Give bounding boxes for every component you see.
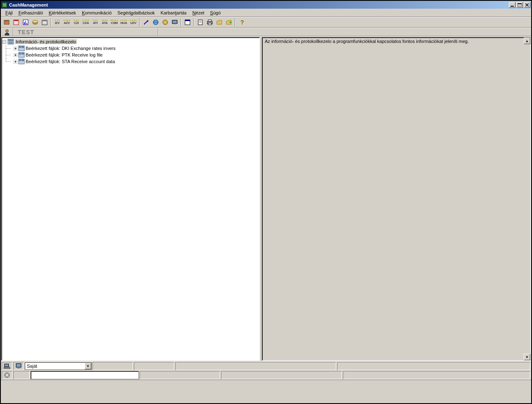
- svg-rect-66: [5, 364, 8, 366]
- svg-rect-67: [4, 367, 10, 369]
- svg-rect-1: [3, 3, 6, 7]
- tree-item[interactable]: Beérkezett fájlok: STA Receive account d…: [4, 58, 259, 65]
- toolbar-btn-cza[interactable]: CZA: [81, 18, 90, 27]
- tree-item[interactable]: Beérkezett fájlok: DKI Exchange rates in…: [4, 45, 259, 52]
- toolbar-btn-hua[interactable]: HUA: [119, 18, 128, 27]
- tree-collapse-icon[interactable]: −: [2, 40, 6, 44]
- menu-kiertekelesek[interactable]: Kiértékelések: [46, 9, 79, 16]
- svg-rect-33: [198, 20, 202, 25]
- status-stop-icon[interactable]: [2, 371, 12, 379]
- svg-rect-57: [19, 53, 21, 54]
- svg-rect-39: [208, 23, 211, 25]
- svg-rect-29: [173, 21, 177, 23]
- tree-item-label: Beérkezett fájlok: DKI Exchange rates in…: [26, 46, 116, 51]
- svg-text:?: ?: [240, 19, 244, 26]
- scrollbar[interactable]: ▲ ▼: [524, 38, 530, 360]
- scroll-up-button[interactable]: ▲: [524, 38, 530, 44]
- infobar-text: TEST: [14, 28, 158, 36]
- status-combo[interactable]: Saját ▼: [25, 362, 92, 370]
- svg-rect-2: [511, 6, 514, 7]
- toolbar-btn-chart[interactable]: [21, 18, 30, 27]
- status-cell-2: [134, 362, 174, 370]
- toolbar-btn-2[interactable]: [11, 18, 21, 27]
- toolbar-btn-money[interactable]: [30, 18, 40, 27]
- app-icon: [2, 2, 7, 8]
- toolbar-btn-sign[interactable]: [141, 18, 151, 27]
- svg-point-41: [6, 30, 8, 32]
- menu-sugo[interactable]: Súgó: [207, 9, 224, 16]
- toolbar-btn-window[interactable]: [183, 18, 192, 27]
- toolbar: IZV AZV CZI CZA ATI ATA CSM HUA UZV ?: [1, 17, 531, 28]
- toolbar-btn-czi[interactable]: CZI: [71, 18, 81, 27]
- menu-felhasznalo[interactable]: Felhasználó: [16, 9, 46, 16]
- toolbar-btn-ati[interactable]: ATI: [90, 18, 100, 27]
- svg-rect-32: [185, 20, 190, 21]
- toolbar-btn-izv[interactable]: IZV: [52, 18, 62, 27]
- status-cell-4: [337, 362, 530, 370]
- svg-rect-43: [8, 40, 13, 41]
- toolbar-btn-csm[interactable]: CSM: [109, 18, 119, 27]
- maximize-button[interactable]: [516, 2, 523, 8]
- toolbar-btn-help[interactable]: ?: [237, 18, 246, 27]
- menu-segedadatbazisok[interactable]: Segédadatbázisok: [114, 9, 158, 16]
- combo-dropdown-button[interactable]: ▼: [85, 363, 91, 369]
- svg-rect-71: [17, 368, 20, 369]
- svg-rect-21: [42, 20, 47, 21]
- toolbar-btn-folder2[interactable]: [224, 18, 233, 27]
- svg-rect-11: [14, 21, 16, 24]
- titlebar: CashManagement: [1, 1, 531, 9]
- toolbar-btn-folder1[interactable]: [214, 18, 224, 27]
- status-cell-5: [140, 371, 220, 379]
- svg-rect-38: [208, 20, 211, 21]
- protocol-icon: [7, 39, 14, 45]
- toolbar-btn-azv[interactable]: AZV: [62, 18, 71, 27]
- toolbar-btn-globe2[interactable]: [160, 18, 170, 27]
- tree-root[interactable]: − Információ- és protokollkezelo: [2, 38, 259, 45]
- menu-fajl[interactable]: Fájl: [2, 9, 16, 16]
- file-icon: [18, 45, 25, 51]
- info-panel: Az információ- és protokollkezelo a prog…: [262, 37, 531, 361]
- svg-rect-14: [24, 22, 25, 24]
- svg-rect-15: [25, 21, 26, 24]
- menu-nezet[interactable]: Nézet: [190, 9, 207, 16]
- info-text: Az információ- és protokollkezelo a prog…: [262, 38, 524, 360]
- toolbar-btn-monitor[interactable]: [170, 18, 179, 27]
- file-icon: [18, 59, 25, 64]
- tree-item[interactable]: Beérkezett fájlok: PTK Receive log file: [4, 52, 259, 58]
- svg-rect-12: [16, 21, 18, 24]
- svg-rect-69: [17, 364, 21, 367]
- infobar-user-icon: [1, 28, 13, 36]
- toolbar-btn-doc[interactable]: [195, 18, 205, 27]
- svg-rect-30: [174, 24, 176, 24]
- status-icon-monitor[interactable]: [13, 362, 24, 370]
- status-input-1[interactable]: [31, 371, 139, 379]
- menu-kommunikacio[interactable]: Kommunikáció: [79, 9, 114, 16]
- file-icon: [18, 52, 25, 58]
- tree-item-label: Beérkezett fájlok: STA Receive account d…: [26, 59, 115, 64]
- menu-karbantartas[interactable]: Karbantartás: [158, 9, 190, 16]
- toolbar-btn-ata[interactable]: ATA: [100, 18, 109, 27]
- toolbar-btn-uzv[interactable]: UZV: [128, 18, 138, 27]
- svg-rect-51: [19, 46, 21, 48]
- scroll-down-button[interactable]: ▼: [524, 354, 530, 360]
- scroll-track[interactable]: [524, 44, 530, 354]
- status-cell-small: [13, 371, 30, 379]
- svg-rect-64: [21, 59, 24, 61]
- svg-point-25: [147, 20, 148, 22]
- status-icon-computer[interactable]: [2, 362, 12, 370]
- toolbar-btn-globe1[interactable]: [151, 18, 160, 27]
- status-cell-6: [221, 371, 342, 379]
- close-button[interactable]: [524, 2, 530, 8]
- svg-rect-70: [18, 367, 19, 368]
- app-title: CashManagement: [9, 2, 509, 7]
- toolbar-btn-print[interactable]: [205, 18, 214, 27]
- minimize-button[interactable]: [509, 2, 515, 8]
- menubar: Fájl Felhasználó Kiértékelések Kommuniká…: [1, 9, 531, 17]
- tree-root-label: Információ- és protokollkezelo: [15, 39, 77, 44]
- toolbar-btn-calendar[interactable]: [40, 18, 49, 27]
- svg-rect-10: [14, 20, 18, 21]
- status-area: Saját ▼: [1, 361, 531, 380]
- toolbar-btn-1[interactable]: [2, 18, 11, 27]
- tree-item-label: Beérkezett fájlok: PTK Receive log file: [26, 52, 102, 57]
- bottom-bar: [1, 380, 531, 391]
